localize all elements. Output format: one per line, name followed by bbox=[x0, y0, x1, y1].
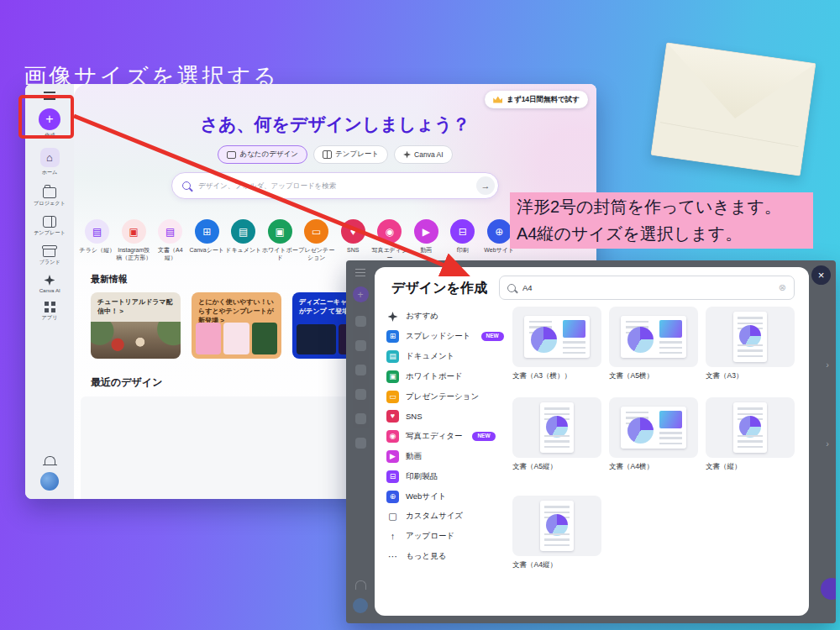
design-type-label: 印刷 bbox=[457, 246, 469, 254]
sparkle-icon bbox=[403, 151, 411, 159]
annotation-line: A4縦のサイズを選択します。 bbox=[517, 220, 806, 247]
new-badge: NEW bbox=[472, 432, 495, 441]
plus-icon: + bbox=[353, 286, 369, 302]
document-icon: ▤ bbox=[158, 219, 182, 244]
template-icon bbox=[323, 150, 332, 159]
result-doc-a3-landscape[interactable]: 文書（A3（横）） bbox=[512, 307, 601, 381]
bell-icon[interactable] bbox=[45, 456, 55, 465]
result-label: 文書（A3（横）） bbox=[512, 371, 601, 381]
promo-card-tutorial[interactable]: チュートリアルドラマ配信中！ > bbox=[91, 292, 181, 359]
ghost-icon bbox=[355, 316, 366, 327]
menu-item-recommended[interactable]: おすすめ bbox=[386, 307, 508, 327]
avatar[interactable] bbox=[40, 472, 59, 491]
design-type-print[interactable]: ⊟ 印刷 bbox=[444, 219, 481, 261]
menu-icon[interactable] bbox=[44, 92, 55, 100]
menu-item-photo-editor[interactable]: ◉ 写真エディター NEW bbox=[386, 427, 508, 447]
menu-item-sns[interactable]: ♥ SNS bbox=[386, 407, 508, 427]
menu-item-video[interactable]: ▶ 動画 bbox=[386, 447, 508, 467]
sidebar-item-projects[interactable]: プロジェクト bbox=[33, 185, 66, 207]
menu-item-spreadsheet[interactable]: ⊞ スプレッドシート NEW bbox=[386, 327, 508, 347]
sidebar-item-brand[interactable]: ブランド bbox=[39, 245, 61, 266]
hero-tabs: あなたのデザイン テンプレート Canva AI bbox=[74, 145, 596, 164]
new-badge: NEW bbox=[481, 332, 504, 341]
sidebar-item-home[interactable]: ⌂ ホーム bbox=[40, 148, 60, 176]
result-doc-a4-portrait[interactable]: 文書（A4縦） bbox=[512, 496, 601, 570]
design-type-document[interactable]: ▤ ドキュメント bbox=[225, 219, 262, 261]
sidebar-item-create[interactable]: + 作成 bbox=[39, 108, 60, 139]
website-icon: ⊕ bbox=[386, 491, 399, 503]
sparkle-icon bbox=[386, 310, 399, 323]
tab-label: Canva AI bbox=[414, 150, 444, 159]
sidebar-item-label: Canva AI bbox=[39, 287, 60, 293]
document-icon: ▤ bbox=[386, 350, 399, 363]
home-search-bar[interactable]: → bbox=[171, 172, 499, 199]
design-type-doc-a4[interactable]: ▤ 文書（A4縦） bbox=[152, 219, 189, 261]
template-icon bbox=[43, 216, 56, 228]
search-submit-button[interactable]: → bbox=[476, 176, 495, 195]
design-type-video[interactable]: ▶ 動画 bbox=[408, 219, 445, 261]
apps-icon bbox=[45, 302, 55, 312]
menu-item-whiteboard[interactable]: ▣ ホワイトボード bbox=[386, 366, 508, 386]
design-type-instagram-post[interactable]: ▣ Instagram投稿（正方形） bbox=[116, 219, 153, 261]
tab-label: あなたのデザイン bbox=[239, 150, 298, 160]
design-type-whiteboard[interactable]: ▣ ホワイトボード bbox=[262, 219, 299, 261]
sidebar-item-templates[interactable]: テンプレート bbox=[33, 216, 66, 237]
thumbnail bbox=[196, 323, 221, 354]
menu-item-label: カスタムサイズ bbox=[406, 511, 463, 522]
modal-title: デザインを作成 bbox=[391, 280, 487, 297]
design-type-label: 写真エディター bbox=[371, 246, 408, 261]
result-doc-a4-landscape[interactable]: 文書（A4横） bbox=[609, 397, 698, 472]
result-label: 文書（A5縦） bbox=[512, 462, 601, 472]
tab-your-designs[interactable]: あなたのデザイン bbox=[218, 145, 307, 164]
trial-button-label: まず14日間無料で試す bbox=[507, 95, 580, 105]
docs-icon: ▤ bbox=[231, 219, 255, 244]
envelope-image bbox=[650, 42, 816, 176]
design-type-label: Canvaシート bbox=[189, 246, 224, 254]
doc-thumbnail bbox=[733, 312, 767, 362]
sns-icon: ♥ bbox=[341, 219, 365, 244]
doc-thumbnail bbox=[540, 402, 574, 453]
instagram-icon: ▣ bbox=[122, 219, 146, 244]
sidebar-item-canva-ai[interactable]: Canva AI bbox=[39, 275, 60, 293]
result-doc-a5-landscape[interactable]: 文書（A5横） bbox=[609, 307, 698, 381]
bell-icon bbox=[355, 580, 366, 590]
menu-item-presentation[interactable]: ▭ プレゼンテーション bbox=[386, 386, 508, 407]
designs-icon bbox=[227, 151, 236, 159]
home-search-input[interactable] bbox=[197, 181, 470, 191]
sidebar-item-apps[interactable]: アプリ bbox=[41, 302, 58, 322]
design-type-sns[interactable]: ♥ SNS bbox=[335, 219, 372, 261]
design-type-flyer[interactable]: ▤ チラシ（縦） bbox=[79, 219, 116, 261]
promo-card-irasutoya[interactable]: とにかく使いやすい！いらすとやテンプレートが新登場 > bbox=[192, 292, 281, 359]
doc-card bbox=[609, 307, 698, 367]
more-icon: ⋯ bbox=[386, 550, 399, 563]
menu-item-upload[interactable]: ↑ アップロード bbox=[386, 527, 508, 547]
tab-canva-ai[interactable]: Canva AI bbox=[394, 145, 453, 164]
menu-item-print[interactable]: ⊟ 印刷製品 bbox=[386, 466, 508, 486]
menu-item-document[interactable]: ▤ ドキュメント bbox=[386, 347, 508, 367]
result-label: 文書（A5横） bbox=[609, 371, 698, 381]
whiteboard-icon: ▣ bbox=[268, 219, 292, 244]
result-doc-portrait[interactable]: 文書（縦） bbox=[706, 397, 795, 472]
menu-item-custom-size[interactable]: ▢ カスタムサイズ bbox=[386, 507, 508, 527]
menu-item-label: 印刷製品 bbox=[406, 471, 438, 482]
menu-item-more[interactable]: ⋯ もっと見る bbox=[386, 547, 508, 567]
printer-icon: ⊟ bbox=[450, 219, 475, 244]
menu-item-website[interactable]: ⊕ Webサイト bbox=[386, 486, 508, 507]
avatar bbox=[353, 598, 368, 613]
close-icon[interactable]: × bbox=[811, 265, 831, 285]
trial-button[interactable]: まず14日間無料で試す bbox=[485, 91, 588, 108]
video-icon: ▶ bbox=[386, 450, 399, 463]
tab-templates[interactable]: テンプレート bbox=[313, 145, 388, 164]
design-type-presentation[interactable]: ▭ プレゼンテーション bbox=[298, 219, 335, 261]
thumbnail bbox=[297, 324, 336, 354]
clear-icon[interactable]: ⊗ bbox=[779, 282, 786, 293]
design-type-canva-sheet[interactable]: ⊞ Canvaシート bbox=[189, 219, 226, 261]
result-doc-a3[interactable]: 文書（A3） bbox=[706, 307, 795, 381]
create-design-modal-screenshot: + › › × デザインを作成 ⊗ おすすめ ⊞ スプレッドシート bbox=[346, 260, 836, 623]
presentation-icon: ▭ bbox=[304, 219, 328, 244]
sidebar-item-label: プロジェクト bbox=[34, 200, 66, 207]
design-type-photo-editor[interactable]: ◉ 写真エディター bbox=[371, 219, 408, 261]
modal-search-bar[interactable]: ⊗ bbox=[499, 276, 795, 300]
modal-search-input[interactable] bbox=[521, 282, 774, 293]
result-doc-a5-portrait[interactable]: 文書（A5縦） bbox=[512, 397, 601, 472]
